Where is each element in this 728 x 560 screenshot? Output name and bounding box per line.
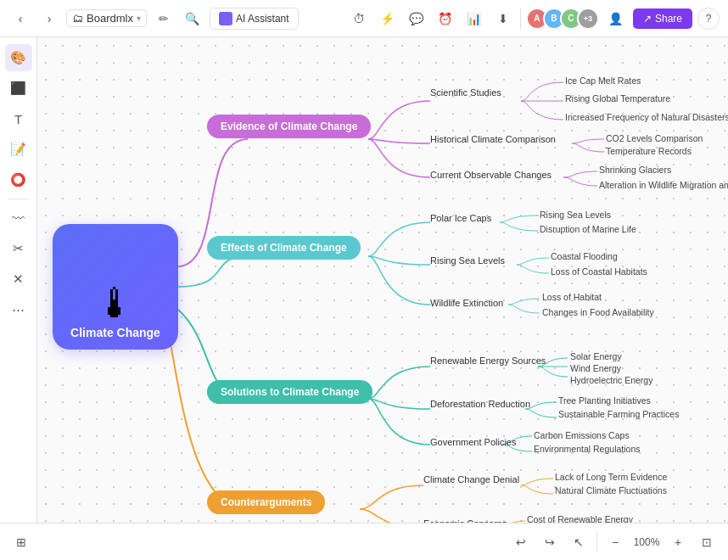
bottom-left-tools: ⊞ [10,531,32,553]
sidebar-tool-palette[interactable]: 🎨 [5,44,32,71]
branch-solutions[interactable]: Solutions to Climate Change [207,380,372,404]
add-page-button[interactable]: ⊞ [10,531,32,553]
subleaf-wind: Wind Energy [570,363,621,373]
leaf-renewable[interactable]: Renewable Energy Sources [430,356,546,366]
subleaf-marine-life: Disruption of Marine Life [540,224,636,234]
subleaf-env-regs: Environmental Regulations [534,444,641,454]
leaf-scientific-studies[interactable]: Scientific Studies [430,87,501,98]
branch-evidence[interactable]: Evidence of Climate Change [207,115,371,138]
canvas-area[interactable]: 🌡 Climate Change Evidence of Climate Cha… [37,37,728,523]
leaf-cc-denial[interactable]: Climate Change Denial [423,474,519,484]
central-node-icon: 🌡 [95,283,136,324]
subleaf-carbon-caps: Carbon Emissions Caps [534,430,630,440]
brand-logo[interactable]: 🗂 Boardmlx ▾ [66,9,147,27]
subleaf-sustainable-farming: Sustainable Farming Practices [558,409,679,419]
zoom-level: 100% [631,536,662,548]
leaf-rising-sea[interactable]: Rising Sea Levels [430,255,505,266]
top-toolbar: ‹ › 🗂 Boardmlx ▾ ✏ 🔍 AI Assistant ⏱ ⚡ 💬 … [0,0,728,37]
sidebar-tool-sticky[interactable]: 📝 [5,136,32,163]
leaf-deforestation[interactable]: Deforestation Reduction [430,399,530,409]
sidebar-tool-cut[interactable]: ✂ [5,235,32,262]
zoom-out-button[interactable]: − [604,531,626,553]
toolbar-left: ‹ › 🗂 Boardmlx ▾ ✏ 🔍 AI Assistant [8,7,340,31]
subleaf-coastal-flooding: Coastal Flooding [551,251,618,261]
ai-assistant-label: AI Assistant [236,13,289,25]
zoom-in-button[interactable]: + [667,531,689,553]
sidebar-tool-circle[interactable]: ⭕ [5,166,32,193]
subleaf-rising-sea-levels: Rising Sea Levels [540,210,611,220]
subleaf-solar: Solar Energy [570,351,622,361]
toolbar-right: ⏱ ⚡ 💬 ⏰ 📊 ⬇ A B C +3 👤 ↗ Share ? [347,7,720,31]
share-icon: ↗ [643,13,652,25]
sidebar-tool-shapes[interactable]: ⬛ [5,75,32,102]
share-button[interactable]: ↗ Share [633,8,692,29]
bottom-divider [596,532,597,552]
cursor-button[interactable]: ↖ [568,531,590,553]
undo-button[interactable]: ↩ [510,531,532,553]
pen-tool-icon[interactable]: ✏ [152,7,176,31]
user-icon[interactable]: 👤 [604,7,628,31]
toolbar-divider [520,8,521,29]
sidebar-tool-text[interactable]: T [5,105,32,132]
leaf-historical[interactable]: Historical Climate Comparison [430,134,556,144]
subleaf-co2: CO2 Levels Comparison [606,133,703,143]
sidebar-tool-more[interactable]: ⋯ [5,296,32,323]
brand-icon: 🗂 [72,12,83,25]
central-node-label: Climate Change [70,326,160,339]
lightning-icon[interactable]: ⚡ [376,7,400,31]
redo-button[interactable]: ↪ [539,531,561,553]
subleaf-cost-renewable: Cost of Renewable Energy [527,514,633,523]
subleaf-temp-records: Temperature Records [606,146,692,156]
avatar-count: +3 [577,8,599,30]
subleaf-no-evidence: Lack of Long Term Evidence [555,472,667,482]
zoom-controls: − 100% + [604,531,689,553]
left-sidebar: 🎨 ⬛ T 📝 ⭕ 〰 ✂ ✕ ⋯ [0,37,37,523]
fit-screen-button[interactable]: ⊡ [696,531,718,553]
bottom-toolbar: ⊞ ↩ ↪ ↖ − 100% + ⊡ [0,523,728,560]
leaf-wildlife-ext[interactable]: Wildlife Extinction [430,298,503,308]
ai-icon [219,12,232,25]
subleaf-glaciers: Shrinking Glaciers [599,165,671,175]
subleaf-natural-disasters: Increased Frequency of Natural Disasters [565,112,728,122]
subleaf-ice-cap: Ice Cap Melt Rates [565,76,641,86]
subleaf-loss-habitat: Loss of Habitat [542,292,602,302]
chart-icon[interactable]: 📊 [462,7,486,31]
brand-chevron-icon: ▾ [137,14,141,23]
help-button[interactable]: ? [697,8,720,30]
leaf-gov-policies[interactable]: Government Policies [430,437,517,447]
timer-icon[interactable]: ⏰ [434,7,457,31]
mindmap-container: 🌡 Climate Change Evidence of Climate Cha… [37,37,728,523]
subleaf-tree-planting: Tree Planting Initiatives [558,395,651,406]
central-node[interactable]: 🌡 Climate Change [53,224,178,350]
share-label: Share [655,13,682,25]
sidebar-tool-pen[interactable]: 〰 [5,204,32,232]
branch-counter[interactable]: Counterarguments [207,490,325,514]
history-icon[interactable]: ⏱ [347,7,371,31]
ai-assistant-button[interactable]: AI Assistant [210,8,299,30]
back-button[interactable]: ‹ [8,7,32,31]
download-icon[interactable]: ⬇ [491,7,515,31]
subleaf-natural-fluctuations: Natural Climate Fluctuations [555,485,667,496]
brand-name: Boardmlx [87,12,133,25]
leaf-observable[interactable]: Current Observable Changes [430,170,552,180]
subleaf-wildlife-migration: Alteration in Wildlife Migration and Lif… [599,180,728,190]
sidebar-tool-close[interactable]: ✕ [5,266,32,293]
subleaf-coastal-habitats: Loss of Coastal Habitats [551,266,647,277]
subleaf-rising-temp: Rising Global Temperature [565,93,670,104]
forward-button[interactable]: › [37,7,61,31]
subleaf-food-availability: Changes in Food Availability [542,307,654,317]
comment-icon[interactable]: 💬 [405,7,428,31]
branch-effects[interactable]: Effects of Climate Change [207,236,361,260]
search-icon[interactable]: 🔍 [181,7,204,31]
subleaf-hydro: Hydroelectric Energy [570,375,652,385]
avatar-group: A B C +3 [526,8,599,30]
bottom-right-tools: ↩ ↪ ↖ − 100% + ⊡ [510,531,718,553]
sidebar-separator [8,199,29,199]
leaf-polar-ice[interactable]: Polar Ice Caps [430,213,491,223]
